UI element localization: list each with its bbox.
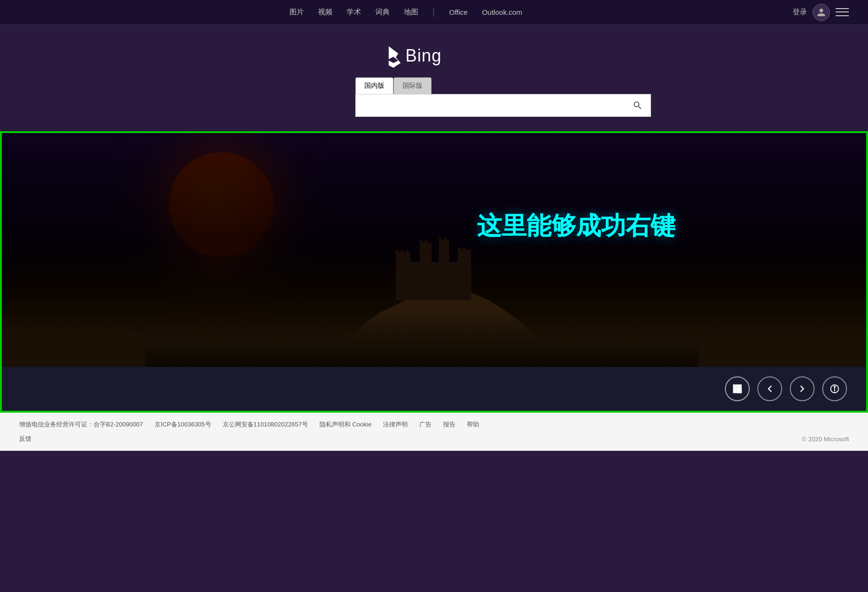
nav-links-container: 图片 视频 学术 词典 地图 | Office Outlook.com — [19, 7, 793, 17]
nav-office[interactable]: Office — [449, 8, 468, 16]
prev-icon — [765, 384, 775, 394]
login-button[interactable]: 登录 — [793, 8, 807, 17]
footer-icp-cert[interactable]: 增值电信业务经营许可证：合字B2-20090007 — [19, 420, 143, 429]
nav-divider: | — [433, 7, 435, 17]
user-icon — [816, 8, 826, 17]
svg-rect-6 — [396, 250, 399, 254]
svg-rect-18 — [739, 386, 741, 388]
search-tabs: 国内版 国际版 — [355, 77, 432, 94]
svg-rect-22 — [740, 389, 742, 391]
bottom-controls — [2, 367, 866, 411]
search-container: 国内版 国际版 — [355, 77, 651, 117]
left-landscape — [2, 329, 145, 367]
svg-rect-11 — [420, 240, 423, 244]
svg-rect-4 — [420, 243, 432, 300]
footer-ads[interactable]: 广告 — [419, 420, 432, 429]
svg-rect-1 — [401, 262, 467, 300]
hero-overlay-text: 这里能够成功右键 — [477, 209, 675, 243]
info-icon — [829, 384, 840, 394]
svg-point-27 — [834, 386, 835, 387]
nav-right-controls: 登录 — [793, 4, 849, 21]
moon-graphic — [169, 152, 274, 257]
tab-international[interactable]: 国际版 — [393, 77, 432, 94]
svg-rect-20 — [734, 390, 736, 392]
nav-images[interactable]: 图片 — [289, 8, 304, 17]
hamburger-line-1 — [836, 8, 849, 9]
svg-rect-14 — [444, 238, 446, 242]
footer-links: 增值电信业务经营许可证：合字B2-20090007 京ICP备10036305号… — [19, 420, 849, 429]
next-icon — [797, 384, 807, 394]
info-button[interactable] — [822, 376, 847, 401]
top-navigation: 图片 视频 学术 词典 地图 | Office Outlook.com 登录 — [0, 0, 868, 25]
hamburger-line-3 — [836, 15, 849, 16]
svg-rect-12 — [424, 240, 427, 244]
footer-privacy-cookie[interactable]: 隐私声明和 Cookie — [320, 420, 372, 429]
search-input[interactable] — [355, 94, 624, 117]
search-section: Bing 国内版 国际版 — [0, 25, 868, 131]
search-box-row — [355, 94, 651, 117]
svg-rect-16 — [734, 386, 736, 388]
svg-rect-7 — [401, 250, 403, 254]
bing-logo-text: Bing — [405, 46, 442, 66]
search-icon — [632, 100, 643, 111]
svg-rect-10 — [463, 248, 465, 251]
qr-icon — [732, 384, 743, 394]
nav-academic[interactable]: 学术 — [347, 8, 361, 17]
hero-wrapper: 这里能够成功右键 — [0, 131, 868, 413]
svg-rect-9 — [458, 248, 461, 251]
svg-rect-21 — [738, 389, 739, 391]
nav-outlook[interactable]: Outlook.com — [482, 8, 522, 16]
svg-rect-3 — [458, 250, 471, 300]
nav-maps[interactable]: 地图 — [404, 8, 418, 17]
footer: 增值电信业务经营许可证：合字B2-20090007 京ICP备10036305号… — [0, 413, 868, 451]
prev-button[interactable] — [757, 376, 782, 401]
svg-rect-23 — [738, 392, 739, 393]
footer-report[interactable]: 报告 — [443, 420, 455, 429]
svg-rect-2 — [396, 252, 410, 300]
next-button[interactable] — [790, 376, 815, 401]
svg-rect-13 — [439, 238, 442, 242]
tab-domestic[interactable]: 国内版 — [355, 77, 393, 94]
footer-icp-number[interactable]: 京ICP备10036305号 — [155, 420, 211, 429]
footer-bottom-row: 反馈 © 2020 Microsoft — [19, 435, 849, 443]
hero-section: 这里能够成功右键 — [2, 133, 866, 367]
footer-copyright: © 2020 Microsoft — [802, 436, 849, 443]
bing-logo-icon — [382, 44, 405, 68]
hamburger-menu[interactable] — [836, 6, 849, 19]
bing-logo: Bing — [382, 44, 442, 68]
right-landscape — [699, 338, 866, 367]
footer-copyright-area: © 2020 Microsoft — [802, 436, 849, 443]
qr-code-button[interactable] — [725, 376, 750, 401]
user-avatar[interactable] — [813, 4, 830, 21]
nav-dictionary[interactable]: 词典 — [375, 8, 390, 17]
footer-feedback[interactable]: 反馈 — [19, 435, 31, 443]
footer-public-security[interactable]: 京公网安备11010802022657号 — [223, 420, 308, 429]
footer-help[interactable]: 帮助 — [467, 420, 479, 429]
svg-rect-24 — [740, 392, 742, 393]
footer-legal[interactable]: 法律声明 — [383, 420, 408, 429]
nav-video[interactable]: 视频 — [318, 8, 332, 17]
search-button[interactable] — [624, 94, 651, 117]
svg-rect-8 — [405, 250, 408, 254]
hamburger-line-2 — [836, 11, 849, 12]
svg-rect-5 — [439, 240, 449, 300]
